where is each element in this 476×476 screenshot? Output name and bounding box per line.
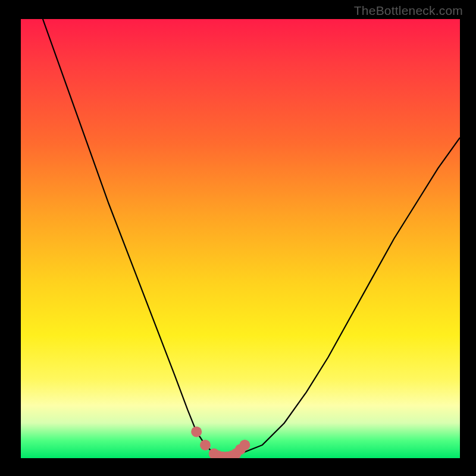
marker-dot — [191, 427, 202, 437]
plot-area — [21, 19, 460, 458]
marker-dot — [200, 440, 211, 450]
watermark-text: TheBottleneck.com — [354, 4, 463, 18]
optimal-range-markers — [191, 427, 250, 458]
chart-frame: TheBottleneck.com — [0, 0, 476, 476]
bottleneck-curve-svg — [21, 19, 460, 458]
bottleneck-curve-path — [43, 19, 460, 458]
marker-dot — [239, 440, 250, 450]
